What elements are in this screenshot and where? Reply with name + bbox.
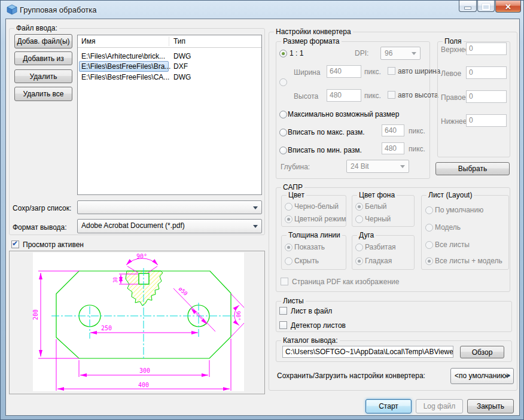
save-load-list-label: Сохр/загр список: — [13, 204, 71, 212]
chevron-down-icon — [253, 225, 258, 230]
remove-button[interactable]: Удалить — [14, 69, 72, 83]
px-label: пикс. — [364, 68, 381, 76]
output-format-combo[interactable]: Adobe Acrobat Document (*.pdf) — [77, 219, 262, 233]
margin-bottom-field[interactable]: 0 — [466, 114, 507, 127]
fit-min-field[interactable]: 480 — [382, 142, 404, 154]
margin-right-field[interactable]: 0 — [466, 90, 507, 103]
choose-button[interactable]: Выбрать — [435, 162, 510, 175]
browse-button[interactable]: Обзор — [460, 346, 504, 358]
dim-angle-right: 90° — [235, 311, 241, 321]
output-dir-field[interactable]: C:\Users\SOFTGO~1\AppData\Local\Temp\ABV… — [282, 346, 453, 358]
fit-max-field[interactable]: 640 — [382, 124, 404, 136]
dim-200: 200 — [32, 309, 39, 320]
cad-caption: САПР — [281, 183, 304, 191]
radio-layout-model[interactable] — [425, 224, 433, 232]
cad-bg-caption: Цвет фона — [357, 191, 397, 199]
save-load-list-combo[interactable] — [77, 200, 262, 214]
batch-processing-dialog: Групповая обработка ✕ Файл ввода: Добав.… — [0, 0, 524, 420]
radio-color-mode[interactable] — [285, 215, 293, 223]
file-row[interactable]: E:\Files\Arhitecture\brick... DWG — [78, 51, 261, 62]
layout-default-label: По умолчанию — [435, 206, 483, 214]
arc-broken-label: Разбитая — [365, 243, 396, 251]
auto-width-label: авто ширина — [398, 67, 440, 75]
column-header-name[interactable]: Имя — [81, 37, 95, 45]
sheet-detector-label: Детектор листов — [291, 321, 346, 330]
preview-drawing: 200 400 300 250 30 ø50 90° 90° — [10, 251, 264, 394]
layout-model-label: Модель — [435, 223, 461, 232]
radio-arc-smooth[interactable] — [355, 257, 363, 265]
pdf-as-image-label: Страница PDF как изображение — [292, 278, 400, 286]
auto-height-checkbox[interactable] — [388, 91, 395, 99]
dim-30: 30 — [113, 277, 118, 283]
file-name: E:\Files\Arhitecture\brick... — [81, 52, 165, 60]
log-file-button[interactable]: Log файл — [416, 399, 463, 413]
radio-fit-max[interactable] — [279, 129, 287, 136]
radio-custom-size[interactable] — [279, 78, 287, 86]
radio-bg-black[interactable] — [355, 215, 363, 223]
sheet-per-file-checkbox[interactable] — [279, 307, 287, 315]
start-button[interactable]: Старт — [365, 399, 412, 413]
window-title: Групповая обработка — [20, 5, 97, 14]
dpi-combo[interactable]: 96 — [380, 47, 421, 60]
dim-angle-top: 90° — [136, 253, 147, 260]
radio-layout-all-model[interactable] — [425, 257, 433, 265]
remove-all-button[interactable]: Удалить все — [14, 87, 72, 101]
layout-all-model-label: Все листы + модель — [435, 257, 502, 265]
radio-arc-broken[interactable] — [355, 244, 363, 251]
sheet-per-file-label: Лист в файл — [291, 307, 332, 315]
file-type: DXF — [173, 62, 188, 71]
app-cube-icon — [7, 4, 17, 15]
chevron-down-icon — [505, 375, 510, 381]
close-dialog-button[interactable]: Закрыть — [467, 399, 514, 413]
depth-combo[interactable]: 24 Bit — [346, 160, 409, 173]
auto-width-checkbox[interactable] — [388, 67, 395, 75]
column-separator[interactable] — [169, 36, 169, 46]
radio-lineweight-hide[interactable] — [285, 257, 293, 265]
margin-top-field[interactable]: 0 — [466, 42, 507, 55]
width-field[interactable]: 640 — [327, 65, 361, 78]
margin-left-field[interactable]: 0 — [466, 66, 507, 79]
output-format-label: Формат вывода: — [13, 223, 67, 232]
preview-panel: 200 400 300 250 30 ø50 90° 90° — [9, 251, 265, 394]
radio-black-white[interactable] — [285, 203, 293, 211]
add-from-button[interactable]: Добавить из — [14, 51, 72, 65]
color-mode-label: Цветной режим — [294, 215, 346, 223]
profiles-label: Сохранить/Загрузить настройки конвертера… — [277, 372, 425, 380]
height-field[interactable]: 480 — [327, 89, 361, 102]
lineweight-caption: Толщина линии — [287, 231, 342, 239]
fit-min-label: Вписать по мин. разм. — [288, 146, 362, 154]
radio-lineweight-show[interactable] — [285, 244, 293, 251]
preview-active-checkbox[interactable] — [11, 241, 19, 248]
chevron-down-icon — [253, 206, 258, 212]
output-format-value: Adobe Acrobat Document (*.pdf) — [81, 221, 185, 230]
minimize-icon — [464, 7, 471, 10]
file-row-selected[interactable]: E:\Files\BestFreeFiles\Bra... DXF — [78, 62, 261, 72]
file-row[interactable]: E:\Files\BestFreeFiles\CA... DWG — [78, 72, 261, 83]
profiles-combo[interactable]: <по умолчанию> — [450, 368, 514, 384]
radio-1to1[interactable] — [279, 50, 287, 57]
px-label: пикс. — [364, 92, 381, 100]
minimize-button[interactable] — [459, 1, 477, 12]
close-button[interactable]: ✕ — [495, 1, 521, 13]
bg-white-label: Белый — [365, 202, 386, 211]
pdf-as-image-checkbox[interactable] — [281, 278, 288, 285]
radio-layout-all[interactable] — [425, 241, 433, 249]
depth-value: 24 Bit — [351, 162, 369, 171]
file-type: DWG — [173, 52, 191, 60]
radio-fit-min[interactable] — [279, 147, 287, 154]
maximize-button[interactable] — [477, 1, 495, 12]
file-list[interactable]: Имя Тип E:\Files\Arhitecture\brick... DW… — [77, 35, 262, 195]
add-files-button[interactable]: Добав. файл(ы) — [14, 34, 72, 48]
radio-layout-default[interactable] — [425, 206, 433, 214]
sheet-detector-checkbox[interactable] — [279, 321, 287, 329]
radio-bg-white[interactable] — [355, 203, 363, 211]
margin-left-label: Левое — [441, 69, 461, 78]
radio-max-possible[interactable] — [279, 111, 287, 118]
column-header-type[interactable]: Тип — [173, 37, 185, 45]
maximize-icon — [482, 4, 490, 10]
output-dir-caption: Каталог вывода: — [281, 336, 340, 345]
dim-300: 300 — [139, 367, 150, 374]
black-white-label: Черно-белый — [294, 202, 339, 211]
file-input-caption: Файл ввода: — [14, 24, 59, 32]
margin-right-label: Правое — [441, 93, 466, 102]
